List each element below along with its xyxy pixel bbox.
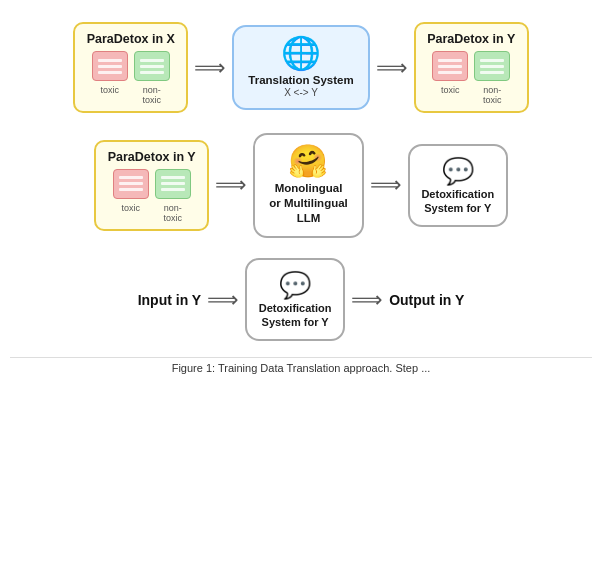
translation-sublabel: X <-> Y (284, 87, 318, 98)
arrow-1: ⟹ (194, 55, 226, 81)
doc-line-3 (98, 71, 122, 74)
doc-line-10 (480, 59, 504, 62)
nontoxic-doc-y1 (474, 51, 510, 81)
paradetox-y-title-1: ParaDetox in Y (427, 32, 515, 46)
arrow-3: ⟹ (215, 172, 247, 198)
paradetox-x-title: ParaDetox in X (87, 32, 175, 46)
paradetox-y-box-2: ParaDetox in Y toxic non-toxic (94, 140, 209, 231)
doc-line-11 (480, 65, 504, 68)
doc-line-18 (161, 188, 185, 191)
arrow-6: ⟹ (351, 287, 383, 313)
toxic-doc-x (92, 51, 128, 81)
toxic-label-y1: toxic (432, 85, 468, 105)
nontoxic-doc-x (134, 51, 170, 81)
translation-box: 🌐 Translation System X <-> Y (232, 25, 369, 111)
nontoxic-label-y2: non-toxic (155, 203, 191, 223)
doc-labels-x: toxic non-toxic (92, 85, 170, 105)
row-2: ParaDetox in Y toxic non-toxic ⟹ (10, 133, 592, 238)
toxic-doc-y2 (113, 169, 149, 199)
doc-pair-x (92, 51, 170, 81)
doc-line-6 (140, 71, 164, 74)
nontoxic-label-x: non-toxic (134, 85, 170, 105)
toxic-doc-y1 (432, 51, 468, 81)
nontoxic-label-y1: non-toxic (474, 85, 510, 105)
doc-line-16 (161, 176, 185, 179)
chat-icon-3: 💬 (279, 270, 311, 301)
paradetox-y-title-2: ParaDetox in Y (108, 150, 196, 164)
doc-line-4 (140, 59, 164, 62)
detox-label-2: Detoxification System for Y (421, 187, 494, 216)
doc-pair-y2 (113, 169, 191, 199)
doc-line-7 (438, 59, 462, 62)
detox-box-2: 💬 Detoxification System for Y (408, 144, 508, 228)
arrow-5: ⟹ (207, 287, 239, 313)
toxic-label-x: toxic (92, 85, 128, 105)
llm-box: 🤗 Monolingual or Multilingual LLM (253, 133, 364, 238)
doc-line-5 (140, 65, 164, 68)
translation-label: Translation System (248, 73, 353, 88)
doc-labels-y1: toxic non-toxic (432, 85, 510, 105)
doc-labels-y2: toxic non-toxic (113, 203, 191, 223)
row-3: Input in Y ⟹ 💬 Detoxification System for… (10, 258, 592, 342)
output-y-label: Output in Y (389, 292, 464, 308)
doc-line-12 (480, 71, 504, 74)
llm-label: Monolingual or Multilingual LLM (269, 181, 348, 226)
doc-pair-y1 (432, 51, 510, 81)
nontoxic-doc-y2 (155, 169, 191, 199)
doc-line-2 (98, 65, 122, 68)
globe-icon: 🌐 (281, 37, 321, 69)
row-1: ParaDetox in X toxic non-toxic ⟹ (10, 22, 592, 113)
detox-box-3: 💬 Detoxification System for Y (245, 258, 345, 342)
paradetox-y-box-1: ParaDetox in Y toxic non-toxic (414, 22, 529, 113)
doc-line-14 (119, 182, 143, 185)
input-y-label: Input in Y (138, 292, 202, 308)
doc-line-9 (438, 71, 462, 74)
llm-icon: 🤗 (288, 145, 328, 177)
doc-line-15 (119, 188, 143, 191)
chat-icon-2: 💬 (442, 156, 474, 187)
doc-line-1 (98, 59, 122, 62)
toxic-label-y2: toxic (113, 203, 149, 223)
caption: Figure 1: Training Data Translation appr… (10, 357, 592, 374)
doc-line-17 (161, 182, 185, 185)
detox-label-3: Detoxification System for Y (259, 301, 332, 330)
arrow-4: ⟹ (370, 172, 402, 198)
doc-line-13 (119, 176, 143, 179)
paradetox-x-box: ParaDetox in X toxic non-toxic (73, 22, 188, 113)
doc-line-8 (438, 65, 462, 68)
diagram: ParaDetox in X toxic non-toxic ⟹ (0, 0, 602, 560)
arrow-2: ⟹ (376, 55, 408, 81)
